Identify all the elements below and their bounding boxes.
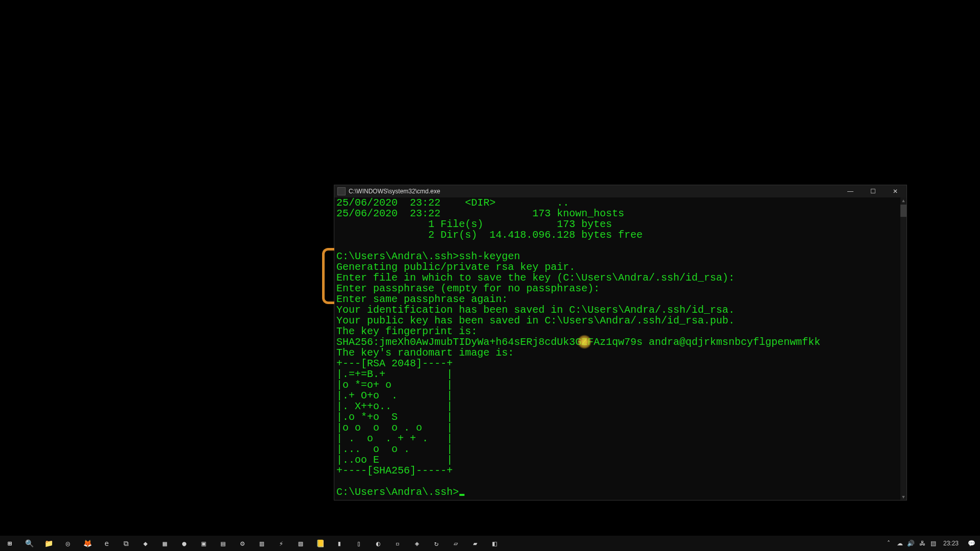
app-icon-11[interactable]: ◐ xyxy=(369,536,388,551)
edge-icon[interactable]: e xyxy=(97,536,116,551)
scrollbar-thumb[interactable] xyxy=(900,205,906,217)
app-icon-7[interactable]: ▧ xyxy=(291,536,310,551)
scroll-up-arrow-icon[interactable]: ▲ xyxy=(900,197,906,204)
tray-overflow-icon[interactable]: ˄ xyxy=(883,536,894,551)
scroll-down-arrow-icon[interactable]: ▼ xyxy=(900,494,906,500)
app-icon-13[interactable]: ◈ xyxy=(407,536,427,551)
text-cursor xyxy=(459,494,464,496)
app-icon-9[interactable]: ▮ xyxy=(330,536,349,551)
search-icon[interactable]: 🔍 xyxy=(19,536,39,551)
language-icon[interactable]: ▤ xyxy=(928,536,939,551)
app-icon-1[interactable]: ◆ xyxy=(136,536,155,551)
scrollbar[interactable]: ▲ ▼ xyxy=(900,197,906,500)
app-icon-2[interactable]: ▦ xyxy=(155,536,175,551)
app-icon-16[interactable]: ▰ xyxy=(465,536,485,551)
maximize-button[interactable]: ☐ xyxy=(862,185,884,197)
start-button[interactable]: ⊞ xyxy=(0,536,19,551)
titlebar[interactable]: C:\WINDOWS\system32\cmd.exe — ☐ ✕ xyxy=(334,185,906,197)
settings-icon[interactable]: ⚙ xyxy=(233,536,252,551)
cmd-icon[interactable]: ▣ xyxy=(194,536,213,551)
minimize-button[interactable]: — xyxy=(839,185,862,197)
network-icon[interactable]: 🖧 xyxy=(917,536,928,551)
taskbar-left: ⊞🔍📁◎🦊e⧉◆▦●▣▤⚙▥⚡▧📒▮▯◐▫◈↻▱▰◧ xyxy=(0,536,504,551)
vscode-icon[interactable]: ⧉ xyxy=(116,536,136,551)
app-icon-14[interactable]: ↻ xyxy=(427,536,446,551)
taskbar-clock[interactable]: 23:23 xyxy=(939,540,963,547)
taskbar: ⊞🔍📁◎🦊e⧉◆▦●▣▤⚙▥⚡▧📒▮▯◐▫◈↻▱▰◧ ˄☁🔊🖧▤ 23:23 💬 xyxy=(0,536,980,551)
app-icon-17[interactable]: ◧ xyxy=(485,536,504,551)
file-explorer-icon[interactable]: 📁 xyxy=(39,536,58,551)
chrome-icon[interactable]: ◎ xyxy=(58,536,78,551)
onedrive-icon[interactable]: ☁ xyxy=(894,536,905,551)
app-icon-6[interactable]: ⚡ xyxy=(272,536,291,551)
window-title: C:\WINDOWS\system32\cmd.exe xyxy=(349,188,839,195)
clock-time: 23:23 xyxy=(943,540,959,547)
app-icon-15[interactable]: ▱ xyxy=(446,536,465,551)
cmd-window: C:\WINDOWS\system32\cmd.exe — ☐ ✕ 25/06/… xyxy=(334,185,907,500)
firefox-icon[interactable]: 🦊 xyxy=(78,536,97,551)
annotation-bracket xyxy=(322,248,334,304)
app-icon-10[interactable]: ▯ xyxy=(349,536,369,551)
prompt: C:\Users\Andra\.ssh> xyxy=(336,486,459,498)
terminal-output[interactable]: 25/06/2020 23:22 <DIR> .. 25/06/2020 23:… xyxy=(334,197,900,500)
app-icon-3[interactable]: ● xyxy=(175,536,194,551)
close-button[interactable]: ✕ xyxy=(884,185,906,197)
cmd-titlebar-icon xyxy=(337,187,346,195)
volume-icon[interactable]: 🔊 xyxy=(905,536,917,551)
notification-icon: 💬 xyxy=(968,540,975,547)
app-icon-5[interactable]: ▥ xyxy=(252,536,272,551)
app-icon-4[interactable]: ▤ xyxy=(213,536,233,551)
app-icon-8[interactable]: 📒 xyxy=(310,536,330,551)
notifications-button[interactable]: 💬 xyxy=(963,536,980,551)
taskbar-right: ˄☁🔊🖧▤ 23:23 💬 xyxy=(883,536,980,551)
app-icon-12[interactable]: ▫ xyxy=(388,536,407,551)
